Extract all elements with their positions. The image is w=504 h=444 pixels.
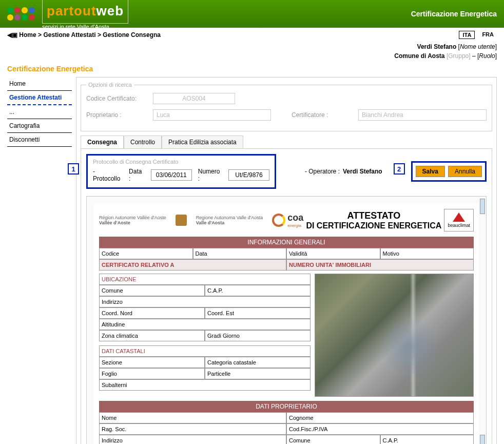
cell-data: Data	[193, 248, 287, 259]
search-options: Opzioni di ricerca Codice Certificato: P…	[81, 82, 492, 131]
sidebar-item-attestati[interactable]: Gestione Attestati	[7, 91, 72, 105]
annotation-2: 2	[394, 163, 405, 175]
numero-label: Numero :	[198, 168, 222, 182]
breadcrumb-home[interactable]: Home	[19, 31, 36, 38]
app-header: partoutweb servizi in rete Valle d'Aosta…	[0, 0, 504, 28]
band-proprietario: DATI PROPRIETARIO	[99, 401, 474, 412]
cell-numunita: NUMERO UNITA' IMMOBILIARI	[286, 259, 474, 271]
language-switch: ITA FRA	[459, 31, 497, 39]
band-info: INFORMAZIONI GENERALI	[99, 237, 474, 248]
user-line: Verdi Stefano [Nome utente]	[0, 42, 504, 51]
tab-pratica[interactable]: Pratica Edilizia associata	[162, 136, 243, 148]
tabs: Consegna Controllo Pratica Edilizia asso…	[81, 136, 492, 149]
sidebar-item-home[interactable]: Home	[7, 77, 72, 91]
ubicazione-header: UBICAZIONE	[99, 274, 311, 285]
tab-content: 1 Protocollo di Consegna Certificato - P…	[81, 149, 492, 444]
document-preview[interactable]: Région Autonome Vallée d'Aoste Vallée d'…	[86, 196, 487, 444]
protocollo-label: - Protocollo	[93, 168, 123, 182]
breadcrumb-icon: ◀▣	[7, 31, 19, 38]
logo-area: partoutweb servizi in rete Valle d'Aosta	[7, 0, 128, 30]
header-title: Certificazione Energetica	[411, 10, 497, 18]
logo-dots	[7, 7, 38, 21]
button-area: Salva Annulla	[411, 161, 487, 182]
beauclimat-logo: beauclimat	[444, 209, 474, 231]
cell-validita: Validità	[286, 248, 380, 259]
group-line: Comune di Aosta [Gruppo] – [Ruolo]	[0, 51, 504, 61]
breadcrumb: ◀▣ Home > Gestione Attestati > Gestione …	[7, 31, 161, 38]
doc-header: Région Autonome Vallée d'Aoste Vallée d'…	[99, 209, 474, 231]
page-subtitle: Certificazione Energetica	[0, 61, 504, 77]
breadcrumb-l2: Gestione Consegna	[103, 31, 161, 38]
protocol-legend: Protocollo di Consegna Certificato	[93, 159, 269, 165]
codice-input[interactable]	[153, 93, 235, 104]
coat-of-arms-icon	[176, 215, 187, 226]
coa-logo: coaenergia	[272, 213, 303, 228]
proprietario-label: Proprietario :	[86, 111, 143, 119]
protocol-box: Protocollo di Consegna Certificato - Pro…	[86, 154, 276, 189]
numero-input[interactable]	[228, 169, 269, 181]
sidebar-item-more[interactable]: ...	[7, 105, 72, 119]
tab-controllo[interactable]: Controllo	[124, 136, 162, 148]
lang-fra[interactable]: FRA	[479, 31, 497, 39]
certificatore-input[interactable]	[358, 109, 487, 121]
scroll-down-icon[interactable]	[480, 435, 485, 444]
scroll-up-icon[interactable]	[480, 199, 485, 214]
catastali-header: DATI CATASTALI	[99, 345, 311, 357]
annotation-1: 1	[68, 163, 79, 175]
main-panel: Opzioni di ricerca Codice Certificato: P…	[76, 77, 497, 444]
sidebar: Home Gestione Attestati ... Cartografia …	[7, 77, 72, 444]
certificatore-label: Certificatore :	[292, 111, 348, 119]
save-button[interactable]: Salva	[416, 166, 445, 177]
lang-ita[interactable]: ITA	[459, 31, 475, 39]
cell-relativo: CERTIFICATO RELATIVO A	[99, 259, 286, 271]
aerial-map-image	[315, 274, 474, 397]
sidebar-item-cartografia[interactable]: Cartografia	[7, 119, 72, 133]
operatore-area: - Operatore : Verdi Stefano	[305, 168, 382, 175]
sidebar-item-disconnetti[interactable]: Disconnetti	[7, 133, 72, 147]
cell-motivo: Motivo	[380, 248, 474, 259]
data-input[interactable]	[151, 169, 192, 181]
tab-consegna[interactable]: Consegna	[81, 136, 124, 148]
cell-codice: Codice	[99, 248, 193, 259]
cancel-button[interactable]: Annulla	[448, 166, 482, 177]
codice-label: Codice Certificato:	[86, 95, 143, 102]
breadcrumb-l1[interactable]: Gestione Attestati	[43, 31, 95, 38]
search-legend: Opzioni di ricerca	[86, 82, 134, 88]
data-label: Data :	[129, 168, 145, 182]
proprietario-input[interactable]	[153, 109, 271, 121]
